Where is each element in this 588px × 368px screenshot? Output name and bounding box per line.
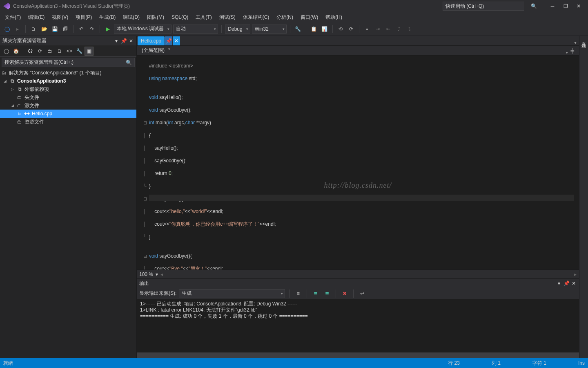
menubar: 文件(F) 编辑(E) 视图(V) 项目(P) 生成(B) 调试(D) 团队(M… (0, 12, 588, 22)
panel-close-icon[interactable]: ✕ (128, 38, 134, 44)
menu-view[interactable]: 视图(V) (49, 13, 71, 22)
home-icon[interactable]: 🏠 (11, 47, 20, 56)
start-debug-icon[interactable]: ▶ (103, 25, 112, 34)
folder-icon: 🗀 (16, 94, 23, 100)
nav-fwd-icon[interactable]: ▸ (13, 25, 22, 34)
zoom-dropdown-icon[interactable]: ▾ (156, 272, 158, 277)
expand-icon[interactable]: ▷ (10, 87, 15, 91)
output-wrap-icon[interactable]: ↩ (358, 289, 367, 298)
show-all-icon[interactable]: 🗋 (55, 47, 64, 56)
collapse-icon[interactable]: 🗀 (45, 47, 54, 56)
split-icon[interactable]: ╪ (569, 48, 576, 54)
expand-icon[interactable]: ◢ (10, 103, 15, 108)
hello-cpp-node[interactable]: ▷ ++ Hello.cpp (0, 110, 136, 118)
solution-node[interactable]: 🗂 解决方案 "ConsoleApplication3" (1 个项目) (0, 69, 136, 77)
status-ready: 就绪 (3, 360, 13, 367)
platform-dropdown[interactable]: Win32 (252, 25, 287, 34)
tab-close-button[interactable]: ✕ (173, 36, 180, 45)
config-dropdown[interactable]: Debug (225, 25, 250, 34)
pin-icon[interactable]: 📌 (564, 280, 569, 286)
close-button[interactable]: ✕ (572, 2, 585, 11)
menu-edit[interactable]: 编辑(E) (25, 13, 48, 22)
titlebar: ConsoleApplication3 - Microsoft Visual S… (0, 0, 588, 12)
editor-area: Hello.cpp 📌 ✕ ▾ (全局范围) ╪ #include <iostr… (137, 36, 579, 358)
save-icon[interactable]: 💾 (50, 25, 59, 34)
vs-logo-icon (3, 3, 10, 9)
zoom-level[interactable]: 100 % (139, 272, 153, 277)
menu-window[interactable]: 窗口(W) (297, 13, 321, 22)
refresh-icon[interactable]: ⟳ (36, 47, 45, 56)
properties-icon[interactable]: 🔧 (75, 47, 84, 56)
headers-node[interactable]: 🗀 头文件 (0, 93, 136, 101)
sources-node[interactable]: ◢ 🗀 源文件 (0, 101, 136, 110)
tb-icon-5[interactable]: ⟳ (347, 25, 356, 34)
code-editor[interactable]: #include <iostream> using namespace std;… (137, 56, 579, 269)
menu-architecture[interactable]: 体系结构(C) (240, 13, 273, 22)
zoom-bar: 100 % ▾ ◂ ▸ (137, 269, 579, 278)
output-scrollbar[interactable] (137, 352, 579, 358)
maximize-button[interactable]: ❐ (559, 2, 572, 11)
menu-analyze[interactable]: 分析(N) (273, 13, 296, 22)
output-icon-1[interactable]: ≡ (294, 289, 303, 298)
external-deps-node[interactable]: ▷ ⧉ 外部依赖项 (0, 85, 136, 93)
tab-overflow-icon[interactable]: ▾ (572, 40, 579, 45)
nav-back-icon[interactable]: ◯ (2, 25, 11, 34)
menu-team[interactable]: 团队(M) (144, 13, 167, 22)
code-icon[interactable]: <> (65, 47, 74, 56)
back-icon[interactable]: ◯ (2, 47, 11, 56)
expand-icon[interactable]: ◢ (2, 79, 7, 83)
toolbox-tab[interactable]: 工具箱 (579, 36, 588, 358)
menu-build[interactable]: 生成(B) (96, 13, 119, 22)
panel-dropdown-icon[interactable]: ▾ (114, 38, 119, 44)
panel-dropdown-icon[interactable]: ▾ (556, 280, 562, 286)
expand-icon[interactable]: ▷ (17, 112, 22, 116)
undo-icon[interactable]: ↶ (77, 25, 86, 34)
resources-node[interactable]: 🗀 资源文件 (0, 118, 136, 126)
output-source-dropdown[interactable]: 生成 (179, 289, 285, 298)
output-clear-icon[interactable]: ✖ (340, 289, 349, 298)
tb-icon-2[interactable]: 📋 (310, 25, 318, 34)
menu-debug[interactable]: 调试(D) (120, 13, 143, 22)
sync-icon[interactable]: 🗘 (26, 47, 35, 56)
menu-tools[interactable]: 工具(T) (192, 13, 215, 22)
panel-close-icon[interactable]: ✕ (571, 280, 577, 286)
save-all-icon[interactable]: 🗐 (61, 25, 70, 34)
solution-label: 解决方案 "ConsoleApplication3" (1 个项目) (9, 70, 102, 76)
quick-launch-input[interactable]: 快速启动 (Ctrl+Q) (443, 2, 524, 11)
tb-icon-3[interactable]: 📊 (320, 25, 329, 34)
menu-project[interactable]: 项目(P) (72, 13, 95, 22)
tb-icon-4[interactable]: ⟲ (336, 25, 345, 34)
output-icon-2[interactable]: ≣ (311, 289, 320, 298)
scope-dropdown[interactable]: (全局范围) (140, 47, 171, 54)
pin-icon[interactable]: 📌 (121, 38, 127, 44)
project-node[interactable]: ◢ ⧉ ConsoleApplication3 (0, 77, 136, 85)
tb-icon-9[interactable]: ⤴ (394, 25, 403, 34)
solution-tree[interactable]: 🗂 解决方案 "ConsoleApplication3" (1 个项目) ◢ ⧉… (0, 68, 136, 358)
open-icon[interactable]: 📂 (40, 25, 49, 34)
tb-icon-7[interactable]: ⇥ (373, 25, 382, 34)
project-icon: ⧉ (9, 78, 16, 84)
current-line-highlight (149, 195, 574, 201)
tab-pin-button[interactable]: 📌 (165, 36, 172, 45)
tb-icon-6[interactable]: ▪ (363, 25, 372, 34)
output-icon-3[interactable]: ≣ (323, 289, 332, 298)
redo-icon[interactable]: ↷ (87, 25, 96, 34)
tb-icon-1[interactable]: 🔧 (294, 25, 303, 34)
tab-hello-cpp[interactable]: Hello.cpp (138, 36, 165, 45)
tb-icon-8[interactable]: ⇤ (384, 25, 393, 34)
new-project-icon[interactable]: 🗋 (29, 25, 38, 34)
menu-sql[interactable]: SQL(Q) (168, 13, 192, 21)
tb-icon-10[interactable]: ⤵ (405, 25, 414, 34)
debugger-dropdown[interactable]: 本地 Windows 调试器 (114, 25, 172, 34)
solution-explorer-header: 解决方案资源管理器 ▾ 📌 ✕ (0, 36, 136, 45)
menu-file[interactable]: 文件(F) (2, 13, 24, 22)
output-text[interactable]: 1>------ 已启动生成: 项目: ConsoleApplication3,… (137, 299, 579, 352)
search-icon[interactable]: 🔍 (528, 2, 540, 11)
minimize-button[interactable]: ─ (546, 2, 559, 11)
menu-help[interactable]: 帮助(H) (322, 13, 345, 22)
refs-icon: ⧉ (16, 86, 23, 92)
auto-dropdown[interactable]: 自动 (173, 25, 218, 34)
preview-icon[interactable]: ▣ (85, 47, 94, 56)
solution-search-input[interactable]: 搜索解决方案资源管理器(Ctrl+;) 🔍 (2, 58, 135, 67)
menu-test[interactable]: 测试(S) (216, 13, 239, 22)
